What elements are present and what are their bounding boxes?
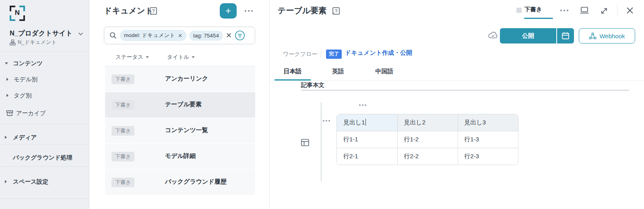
document-list-panel: ドキュメント ? + model: ドキュメント ✕ tag: 75454 ✕	[89, 0, 270, 209]
remove-chip-icon[interactable]: ✕	[178, 33, 182, 39]
column-header-status[interactable]: ステータス	[116, 54, 149, 61]
webhook-icon	[589, 32, 597, 40]
search-box[interactable]: model: ドキュメント ✕ tag: 75454 ✕	[104, 27, 255, 44]
divider	[0, 124, 89, 124]
space-name[interactable]: N_プロダクトサイト	[10, 29, 72, 38]
ellipsis-menu-icon[interactable]	[245, 10, 246, 12]
panel-title: ドキュメント	[104, 5, 153, 16]
app-name: N_ドキュメント	[18, 39, 56, 46]
help-doc-icon[interactable]: ?	[331, 6, 341, 17]
list-item-content-list[interactable]: 下書き コンテンツ一覧	[105, 118, 255, 143]
tab-japanese[interactable]: 日本語	[275, 62, 311, 80]
schedule-calendar-button[interactable]	[557, 28, 574, 43]
chevron-down-icon[interactable]	[78, 32, 83, 36]
table-drag-handle-icon[interactable]	[359, 104, 361, 106]
sort-caret-icon	[146, 56, 149, 58]
caret-right-icon[interactable]	[5, 136, 7, 139]
list-item-model-detail[interactable]: 下書き モデル詳細	[105, 144, 255, 169]
newt-logo: N	[10, 6, 25, 21]
publish-button[interactable]: 公開	[500, 28, 556, 43]
table-cell[interactable]: 行2-1	[337, 148, 397, 165]
org-icon	[10, 39, 16, 46]
tab-chinese[interactable]: 中国語	[366, 62, 402, 80]
column-header-title[interactable]: タイトル	[167, 54, 195, 61]
saved-cloud-icon	[487, 30, 499, 40]
block-indicator-bar	[320, 102, 322, 182]
status-badge: 下書き	[111, 178, 134, 187]
sidebar-item-space-settings[interactable]: スペース設定	[0, 175, 89, 189]
divider	[321, 51, 321, 58]
divider	[0, 52, 89, 52]
content-detail-panel: テーブル要素 ? 下書き 公開	[270, 0, 644, 209]
table-cell[interactable]: 行2-2	[397, 148, 458, 165]
search-icon	[109, 31, 117, 39]
divider	[0, 166, 89, 167]
list-item-anchor-link[interactable]: 下書き アンカーリンク	[105, 66, 255, 92]
text-cursor	[365, 119, 366, 126]
caret-down-icon[interactable]	[5, 62, 8, 64]
sidebar: N N_プロダクトサイト N_ドキュメント コンテンツ モデル別 タグ別	[0, 0, 89, 209]
language-tabs: 日本語 英語 中国語	[270, 62, 644, 81]
table-cell[interactable]: 行2-3	[458, 148, 518, 165]
draft-status-swatch	[516, 8, 522, 13]
status-tab-draft[interactable]: 下書き	[524, 6, 542, 13]
filter-chip-tag[interactable]: tag: 75454	[189, 31, 223, 41]
expand-fullscreen-icon[interactable]	[599, 6, 609, 16]
table-cell[interactable]: 行1-3	[458, 131, 518, 148]
sort-caret-icon	[192, 56, 195, 58]
workflow-status-badge: 完了	[326, 50, 342, 59]
table-cell-editing[interactable]: 見出し1	[337, 114, 397, 131]
caret-right-icon[interactable]	[5, 180, 7, 183]
active-tab-underline	[524, 18, 553, 19]
help-doc-icon[interactable]: ?	[148, 6, 159, 17]
divider	[0, 144, 89, 145]
sidebar-item-archive[interactable]: アーカイブ	[0, 107, 89, 120]
archive-icon	[6, 110, 13, 117]
app-switcher[interactable]: N_ドキュメント	[10, 39, 56, 46]
webhook-button[interactable]: Webhook	[579, 28, 635, 43]
preview-device-icon[interactable]	[579, 5, 590, 16]
divider	[617, 4, 617, 17]
svg-text:?: ?	[335, 8, 338, 14]
workflow-label: ワークフロー	[283, 51, 317, 58]
sidebar-item-by-tag[interactable]: タグ別	[0, 89, 89, 103]
table-header-row: 見出し1 見出し2 見出し3	[337, 114, 518, 131]
list-item-background-history[interactable]: 下書き バックグラウンド履歴	[105, 170, 255, 195]
table-cell[interactable]: 行1-2	[397, 131, 458, 148]
status-badge: 下書き	[111, 74, 134, 84]
clear-search-icon[interactable]: ✕	[226, 32, 232, 39]
list-item-table-element[interactable]: 下書き テーブル要素	[105, 92, 255, 118]
table-cell[interactable]: 見出し2	[397, 114, 458, 131]
filter-chip-model[interactable]: model: ドキュメント ✕	[120, 30, 186, 41]
table-row: 行1-1 行1-2 行1-3	[337, 131, 518, 148]
workflow-link[interactable]: ドキュメント作成・公開	[345, 49, 412, 57]
sidebar-item-by-model[interactable]: モデル別	[0, 73, 89, 87]
content-list: 下書き アンカーリンク 下書き テーブル要素 下書き コンテンツ一覧 下書き モ…	[105, 66, 255, 195]
row-drag-handle-icon[interactable]	[323, 120, 324, 122]
table-block-icon[interactable]	[300, 138, 310, 147]
ellipsis-menu-icon[interactable]	[560, 10, 562, 11]
sidebar-item-background-jobs[interactable]: バックグラウンド処理	[0, 151, 89, 165]
table-cell[interactable]: 行1-1	[337, 131, 397, 148]
sidebar-item-media[interactable]: メディア	[0, 131, 89, 145]
status-badge: 下書き	[111, 126, 134, 136]
add-content-button[interactable]: +	[220, 3, 237, 19]
tab-english[interactable]: 英語	[322, 62, 354, 80]
field-label: 記事本文	[301, 81, 324, 89]
divider	[0, 199, 89, 199]
search-options-icon[interactable]	[235, 30, 245, 41]
caret-right-icon[interactable]	[6, 78, 8, 81]
field-rule	[301, 90, 629, 91]
status-badge: 下書き	[111, 152, 134, 161]
table-cell[interactable]: 見出し3	[458, 114, 518, 131]
editor-table: 見出し1 見出し2 見出し3 行1-1 行1-2 行1-3 行2-1 行2-2 …	[336, 114, 518, 165]
sidebar-item-contents[interactable]: コンテンツ	[0, 57, 89, 70]
content-title: テーブル要素	[278, 5, 326, 16]
table-row: 行2-1 行2-2 行2-3	[337, 148, 518, 165]
svg-text:?: ?	[152, 8, 155, 14]
close-icon[interactable]	[625, 5, 635, 16]
status-badge: 下書き	[111, 100, 134, 110]
caret-right-icon[interactable]	[6, 94, 8, 97]
